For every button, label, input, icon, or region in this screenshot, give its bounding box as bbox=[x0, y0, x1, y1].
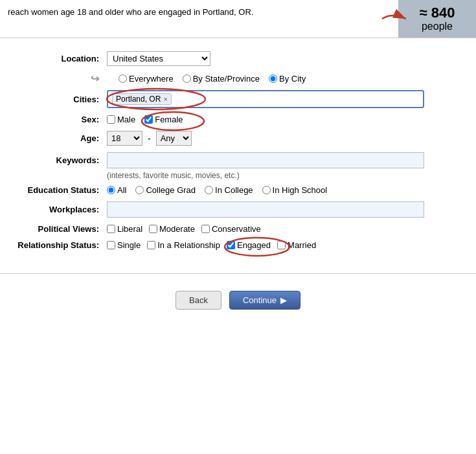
arrow-icon bbox=[379, 9, 411, 28]
edu-high-school-label: In High School bbox=[273, 185, 328, 195]
rel-in-relationship-checkbox[interactable] bbox=[147, 241, 155, 249]
header-description: reach women age 18 and older who are eng… bbox=[0, 0, 398, 38]
political-liberal-checkbox[interactable] bbox=[107, 225, 115, 233]
cities-label: Cities: bbox=[13, 95, 107, 104]
workplaces-row: Workplaces: bbox=[13, 201, 463, 218]
cities-row: Cities: Portland, OR × bbox=[13, 90, 463, 108]
rel-in-relationship-label: In a Relationship bbox=[157, 240, 220, 250]
edu-college-grad-input[interactable] bbox=[135, 186, 144, 194]
edu-all-input[interactable] bbox=[107, 186, 115, 194]
radio-city-input[interactable] bbox=[269, 74, 277, 83]
sex-row: Sex: Male Female bbox=[13, 115, 463, 124]
keywords-content bbox=[107, 152, 463, 168]
political-liberal-label: Liberal bbox=[117, 224, 142, 234]
political-label: Political Views: bbox=[13, 224, 107, 234]
age-row: Age: 18192021 22232425 30354045 50556065… bbox=[13, 131, 463, 146]
radio-state-label: By State/Province bbox=[193, 74, 260, 84]
political-content: Liberal Moderate Conservative bbox=[107, 224, 463, 234]
radio-city[interactable]: By City bbox=[269, 74, 306, 84]
political-moderate-label: Moderate bbox=[159, 224, 195, 234]
rel-engaged[interactable]: Engaged bbox=[227, 240, 271, 250]
edu-all[interactable]: All bbox=[107, 185, 126, 195]
edu-high-school-input[interactable] bbox=[262, 186, 271, 194]
political-moderate[interactable]: Moderate bbox=[149, 224, 195, 234]
rel-single-checkbox[interactable] bbox=[107, 241, 115, 249]
continue-button[interactable]: Continue ▶ bbox=[229, 291, 300, 310]
edu-college-grad[interactable]: College Grad bbox=[135, 185, 196, 195]
rel-married[interactable]: Married bbox=[277, 240, 316, 250]
age-from-select[interactable]: 18192021 22232425 30354045 50556065 bbox=[107, 131, 142, 146]
cities-wrapper: Portland, OR × bbox=[107, 90, 424, 108]
rel-engaged-checkbox[interactable] bbox=[227, 241, 235, 249]
count-approx: ≈ 840 bbox=[420, 5, 455, 21]
edu-in-college-input[interactable] bbox=[205, 186, 213, 194]
political-conservative[interactable]: Conservative bbox=[201, 224, 261, 234]
edu-high-school[interactable]: In High School bbox=[262, 185, 328, 195]
edu-all-label: All bbox=[117, 185, 126, 195]
rel-married-checkbox[interactable] bbox=[277, 241, 286, 249]
rel-single[interactable]: Single bbox=[107, 240, 141, 250]
political-liberal[interactable]: Liberal bbox=[107, 224, 142, 234]
edu-in-college-label: In College bbox=[215, 185, 253, 195]
female-checkbox-wrapper: Female bbox=[144, 115, 183, 124]
age-to-select[interactable]: Any192021 22232425 30354045 50556065 bbox=[156, 131, 192, 146]
political-moderate-checkbox[interactable] bbox=[149, 225, 157, 233]
form-area: Location: United States Canada United Ki… bbox=[0, 45, 476, 263]
rel-married-label: Married bbox=[288, 240, 316, 250]
footer-buttons: Back Continue ▶ bbox=[0, 284, 476, 323]
edu-college-grad-label: College Grad bbox=[146, 185, 196, 195]
education-row: Education Status: All College Grad In Co… bbox=[13, 185, 463, 195]
age-content: 18192021 22232425 30354045 50556065 - An… bbox=[107, 131, 463, 146]
radio-group: Everywhere By State/Province By City bbox=[107, 74, 463, 84]
location-select[interactable]: United States Canada United Kingdom Aust… bbox=[107, 51, 210, 66]
workplaces-input[interactable] bbox=[107, 201, 424, 218]
keywords-input[interactable] bbox=[107, 152, 424, 168]
keywords-row: Keywords: bbox=[13, 152, 463, 168]
sex-label: Sex: bbox=[13, 115, 107, 124]
edu-in-college[interactable]: In College bbox=[205, 185, 253, 195]
age-dash: - bbox=[148, 133, 151, 144]
cities-input-box[interactable]: Portland, OR × bbox=[107, 90, 424, 108]
location-row: Location: United States Canada United Ki… bbox=[13, 51, 463, 66]
female-label: Female bbox=[155, 115, 183, 124]
radio-city-label: By City bbox=[279, 74, 306, 84]
header-count-box: ≈ 840 people bbox=[398, 0, 476, 38]
sex-content: Male Female bbox=[107, 115, 463, 124]
city-tag-text: Portland, OR bbox=[116, 95, 161, 104]
keywords-hint: (interests, favorite music, movies, etc.… bbox=[13, 171, 463, 180]
radio-state[interactable]: By State/Province bbox=[183, 74, 260, 84]
male-label: Male bbox=[117, 115, 135, 124]
political-conservative-checkbox[interactable] bbox=[201, 225, 210, 233]
male-checkbox-label[interactable]: Male bbox=[107, 115, 135, 124]
female-checkbox[interactable] bbox=[144, 115, 153, 124]
workplaces-label: Workplaces: bbox=[13, 205, 107, 214]
count-label: people bbox=[422, 21, 453, 32]
location-radio-row: ↪ Everywhere By State/Province By City bbox=[13, 73, 463, 85]
radio-label-spacer: ↪ bbox=[13, 73, 107, 85]
radio-state-input[interactable] bbox=[183, 74, 191, 83]
rel-in-relationship[interactable]: In a Relationship bbox=[147, 240, 220, 250]
rel-single-label: Single bbox=[117, 240, 141, 250]
radio-everywhere-label: Everywhere bbox=[129, 74, 174, 84]
political-row: Political Views: Liberal Moderate Conser… bbox=[13, 224, 463, 234]
workplaces-content bbox=[107, 201, 463, 218]
back-button[interactable]: Back bbox=[176, 291, 221, 310]
education-content: All College Grad In College In High Scho… bbox=[107, 185, 463, 195]
back-button-label: Back bbox=[189, 295, 208, 305]
continue-arrow-icon: ▶ bbox=[280, 295, 287, 305]
age-label: Age: bbox=[13, 133, 107, 143]
radio-everywhere-input[interactable] bbox=[119, 74, 127, 83]
city-tag-remove[interactable]: × bbox=[163, 95, 167, 103]
relationship-label: Relationship Status: bbox=[13, 240, 107, 250]
radio-everywhere[interactable]: Everywhere bbox=[119, 74, 174, 84]
engaged-wrapper: Engaged bbox=[227, 240, 271, 250]
cities-content: Portland, OR × bbox=[107, 90, 463, 108]
redirect-arrow-icon: ↪ bbox=[91, 73, 99, 84]
header-banner: reach women age 18 and older who are eng… bbox=[0, 0, 476, 38]
male-checkbox[interactable] bbox=[107, 115, 115, 124]
location-label: Location: bbox=[13, 54, 107, 63]
political-conservative-label: Conservative bbox=[212, 224, 261, 234]
city-tag-portland: Portland, OR × bbox=[112, 93, 172, 105]
female-checkbox-label[interactable]: Female bbox=[144, 115, 183, 124]
header-description-text: reach women age 18 and older who are eng… bbox=[8, 7, 253, 17]
